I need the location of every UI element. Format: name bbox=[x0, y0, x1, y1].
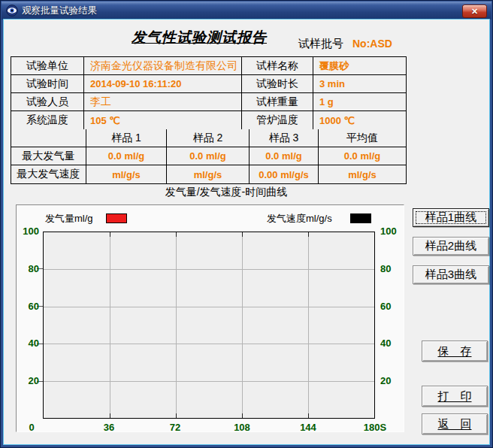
y-axis-left-tick-label: 60 bbox=[17, 301, 39, 312]
results-col-header: 样品 3 bbox=[250, 129, 319, 147]
info-label: 系统温度 bbox=[11, 111, 84, 129]
gridline-horizontal bbox=[44, 269, 374, 270]
results-corner-cell bbox=[11, 129, 86, 147]
info-value: 1 g bbox=[313, 93, 406, 111]
sample3-curve-button[interactable]: 样品3曲线 bbox=[413, 265, 489, 284]
results-col-header: 样品 1 bbox=[86, 129, 167, 147]
window: 观察批量试验结果 ✕ 发气性试验测试报告 试样批号 No:ASD 试验单位 济南… bbox=[0, 0, 493, 448]
y-axis-right-tick-label: 20 bbox=[380, 375, 405, 386]
info-label: 管炉温度 bbox=[242, 111, 313, 129]
axis-tick bbox=[110, 232, 110, 237]
result-value: ml/g/s bbox=[167, 165, 250, 183]
info-label: 试验人员 bbox=[11, 93, 84, 111]
y-axis-right-tick-label: 100 bbox=[380, 226, 405, 237]
result-value: 0.0 ml/g bbox=[86, 147, 167, 165]
y-axis-right-tick-label: 80 bbox=[380, 263, 405, 274]
result-value: ml/g/s bbox=[86, 165, 167, 183]
batch-number-value: No:ASD bbox=[352, 38, 392, 50]
close-icon: ✕ bbox=[471, 8, 478, 16]
results-col-header: 平均值 bbox=[319, 129, 406, 147]
x-axis-tick-label: 36 bbox=[94, 422, 124, 433]
axis-tick bbox=[176, 413, 177, 418]
eye-app-icon bbox=[6, 5, 18, 17]
info-value: 2014-09-10 16:11:20 bbox=[84, 75, 242, 93]
info-table: 试验单位 济南金光仪器设备制造有限公司 试样名称 覆膜砂 试验时间 2014-0… bbox=[11, 56, 407, 130]
axis-tick bbox=[308, 413, 309, 418]
legend-gas-rate-swatch bbox=[350, 213, 371, 223]
close-button[interactable]: ✕ bbox=[462, 5, 487, 18]
info-value: 105 ℃ bbox=[84, 111, 242, 129]
y-axis-right-tick-label: 40 bbox=[380, 338, 405, 349]
gridline-vertical bbox=[176, 232, 177, 418]
axis-tick bbox=[110, 413, 110, 418]
axis-tick bbox=[308, 232, 309, 237]
info-value: 覆膜砂 bbox=[313, 57, 406, 75]
legend-gas-rate-label: 发气速度ml/g/s bbox=[267, 212, 332, 226]
gridline-horizontal bbox=[44, 344, 374, 344]
return-button[interactable]: 返 回 bbox=[422, 413, 488, 434]
info-value: 1000 ℃ bbox=[313, 111, 406, 129]
print-button[interactable]: 打 印 bbox=[422, 386, 488, 407]
info-label: 试验单位 bbox=[11, 57, 84, 75]
result-value: 0.0 ml/g bbox=[167, 147, 250, 165]
x-axis-tick-label: 72 bbox=[160, 422, 190, 433]
gridline-horizontal bbox=[44, 381, 374, 382]
result-value: ml/g/s bbox=[319, 165, 406, 183]
results-row-label: 最大发气量 bbox=[11, 147, 86, 165]
x-axis-tick-label: 0 bbox=[17, 422, 47, 433]
report-title: 发气性试验测试报告 bbox=[132, 28, 267, 47]
y-axis-right-tick-label: 60 bbox=[380, 301, 405, 312]
sample2-curve-label: 样品2曲线 bbox=[425, 239, 476, 253]
result-value: 0.0 ml/g bbox=[250, 147, 319, 165]
legend-gas-volume-swatch bbox=[106, 213, 127, 223]
sample3-curve-label: 样品3曲线 bbox=[425, 268, 476, 282]
sample1-curve-button[interactable]: 样品1曲线 bbox=[413, 208, 489, 227]
info-label: 试验时长 bbox=[242, 75, 313, 93]
sample2-curve-button[interactable]: 样品2曲线 bbox=[413, 237, 489, 256]
results-row-label: 最大发气速度 bbox=[11, 165, 86, 183]
x-axis-tick-label: 180S bbox=[355, 422, 395, 433]
return-button-label: 返 回 bbox=[438, 417, 472, 431]
gridline-vertical bbox=[308, 232, 309, 418]
y-axis-left-tick-label: 20 bbox=[17, 375, 39, 386]
gridline-horizontal bbox=[44, 307, 374, 307]
y-axis-left-tick-label: 80 bbox=[17, 263, 39, 274]
info-label: 试样名称 bbox=[242, 57, 313, 75]
legend-gas-volume-label: 发气量ml/g bbox=[45, 212, 93, 226]
titlebar[interactable]: 观察批量试验结果 ✕ bbox=[2, 2, 491, 20]
save-button[interactable]: 保 存 bbox=[422, 341, 488, 362]
gridline-vertical bbox=[110, 232, 110, 418]
result-value: 0.00 ml/g/s bbox=[250, 165, 319, 183]
x-axis-tick-label: 144 bbox=[293, 422, 323, 433]
batch-number-label: 试样批号 bbox=[298, 37, 343, 51]
window-title: 观察批量试验结果 bbox=[22, 5, 97, 17]
info-value: 济南金光仪器设备制造有限公司 bbox=[84, 57, 242, 75]
print-button-label: 打 印 bbox=[438, 389, 472, 404]
info-label: 试验时间 bbox=[11, 75, 84, 93]
x-axis-tick-label: 108 bbox=[227, 422, 257, 433]
axis-tick bbox=[242, 232, 243, 237]
sample1-curve-label: 样品1曲线 bbox=[425, 210, 476, 225]
save-button-label: 保 存 bbox=[438, 344, 472, 359]
gridline-vertical bbox=[242, 232, 243, 418]
y-axis-left-tick-label: 40 bbox=[17, 338, 39, 349]
axis-tick bbox=[176, 232, 177, 237]
chart-panel: 发气量ml/g 发气速度ml/g/s bbox=[16, 204, 404, 432]
info-value: 3 min bbox=[313, 75, 406, 93]
axis-tick bbox=[242, 413, 243, 418]
results-table: 样品 1 样品 2 样品 3 平均值 最大发气量 0.0 ml/g 0.0 ml… bbox=[11, 129, 407, 184]
results-col-header: 样品 2 bbox=[167, 129, 250, 147]
y-axis-left-tick-label: 100 bbox=[17, 226, 39, 237]
info-label: 试样重量 bbox=[242, 93, 313, 111]
chart-caption: 发气量/发气速度-时间曲线 bbox=[23, 186, 429, 199]
result-value: 0.0 ml/g bbox=[319, 147, 406, 165]
dialog-client-area: 发气性试验测试报告 试样批号 No:ASD 试验单位 济南金光仪器设备制造有限公… bbox=[4, 20, 489, 444]
plot-area bbox=[43, 232, 375, 419]
info-value: 李工 bbox=[84, 93, 242, 111]
